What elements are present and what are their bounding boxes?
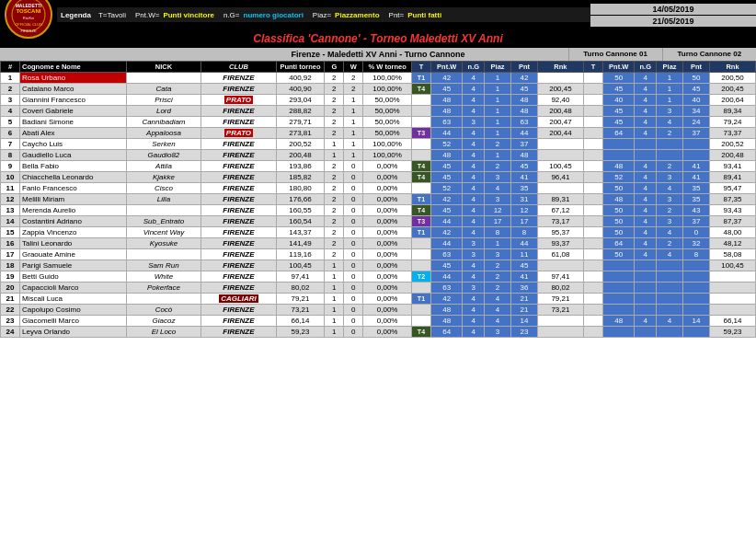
row-g: 2 — [325, 117, 344, 128]
row-nick: Lord — [126, 106, 201, 117]
row-num: 2 — [1, 84, 20, 95]
row-club: FIRENZE — [201, 216, 277, 227]
row-num: 18 — [1, 260, 20, 271]
row-g: 2 — [325, 84, 344, 95]
row-cognome: Rosa Urbano — [20, 73, 127, 84]
col-punti: Punti torneo — [276, 62, 325, 73]
row-punti: 160,54 — [276, 216, 325, 227]
subtitle-bar: Firenze - Maledetti XV Anni - Turno Cann… — [189, 48, 568, 61]
row-w: 1 — [344, 106, 363, 117]
row-w: 0 — [344, 283, 363, 294]
row-w: 1 — [344, 128, 363, 139]
row-w: 1 — [344, 139, 363, 150]
page-title: Classifica 'Cannone' - Torneo Maledetti … — [253, 32, 503, 45]
col-pnt1: Pnt — [511, 62, 538, 73]
row-punti: 143,37 — [276, 227, 325, 238]
row-punti: 100,45 — [276, 260, 325, 271]
row-nick: Appaloosa — [126, 128, 201, 139]
row-perc: 0,00% — [363, 161, 412, 172]
row-nick: Sam Run — [126, 260, 201, 271]
row-nick: Lilla — [126, 194, 201, 205]
row-punti: 66,14 — [276, 316, 325, 327]
row-nick: Pokerface — [126, 283, 201, 294]
row-perc: 0,00% — [363, 216, 412, 227]
row-nick: Prisci — [126, 95, 201, 106]
row-g: 1 — [325, 260, 344, 271]
row-w: 1 — [344, 117, 363, 128]
row-cognome: Betti Guido — [20, 271, 127, 283]
row-punti: 180,80 — [276, 183, 325, 194]
row-perc: 100,00% — [363, 150, 412, 161]
legend-block: Legenda T=Tavoli Pnt.W= Punti vincitore … — [57, 0, 590, 29]
row-club: FIRENZE — [201, 183, 277, 194]
row-perc: 0,00% — [363, 294, 412, 305]
row-w: 0 — [344, 194, 363, 205]
row-perc: 0,00% — [363, 227, 412, 238]
row-num: 3 — [1, 95, 20, 106]
row-punti: 293,04 — [276, 95, 325, 106]
row-w: 1 — [344, 150, 363, 161]
row-cognome: Coveri Gabriele — [20, 106, 127, 117]
row-punti: 193,86 — [276, 161, 325, 172]
row-nick: Cocò — [126, 305, 201, 316]
row-club: FIRENZE — [201, 172, 277, 183]
col-club: CLUB — [201, 62, 277, 73]
row-nick: El Loco — [126, 327, 201, 338]
row-w: 0 — [344, 227, 363, 238]
row-nick — [126, 73, 201, 84]
row-club: FIRENZE — [201, 150, 277, 161]
row-num: 11 — [1, 183, 20, 194]
row-num: 12 — [1, 194, 20, 205]
col-num: # — [1, 62, 20, 73]
row-cognome: Bella Fabio — [20, 161, 127, 172]
row-num: 22 — [1, 305, 20, 316]
row-w: 0 — [344, 161, 363, 172]
table-row: 17 Graouate Amine FIRENZE 119,16 2 0 0,0… — [1, 249, 756, 260]
row-punti: 279,71 — [276, 117, 325, 128]
row-num: 15 — [1, 227, 20, 238]
row-perc: 0,00% — [363, 316, 412, 327]
row-w: 0 — [344, 238, 363, 249]
dates-block: 14/05/2019 21/05/2019 — [590, 4, 756, 27]
row-perc: 50,00% — [363, 95, 412, 106]
legend-pntw-val: Punti vincitore — [163, 11, 214, 19]
table-row: 24 Leyva Orlando El Loco FIRENZE 59,23 1… — [1, 327, 756, 338]
date-end: 21/05/2019 — [590, 16, 756, 27]
turno01-header: Turno Cannone 01 — [568, 48, 662, 61]
row-perc: 0,00% — [363, 194, 412, 205]
row-num: 19 — [1, 271, 20, 283]
row-perc: 0,00% — [363, 305, 412, 316]
row-nick: Cata — [126, 84, 201, 95]
logo-area: MALEDETTI TOSCANI RisiKoi OFFICIAL CLUB … — [0, 0, 57, 39]
svg-text:OFFICIAL CLUB: OFFICIAL CLUB — [15, 22, 42, 27]
row-g: 2 — [325, 216, 344, 227]
row-g: 1 — [325, 150, 344, 161]
legend-t: T=Tavoli — [98, 11, 126, 19]
row-w: 0 — [344, 327, 363, 338]
date-start: 14/05/2019 — [590, 4, 756, 15]
row-g: 2 — [325, 249, 344, 260]
row-nick: Kjakke — [126, 172, 201, 183]
row-g: 2 — [325, 227, 344, 238]
table-row: 23 Giacomelli Marco Giacoz FIRENZE 66,14… — [1, 316, 756, 327]
row-w: 2 — [344, 84, 363, 95]
row-perc: 50,00% — [363, 106, 412, 117]
row-club: FIRENZE — [201, 249, 277, 260]
table-row: 11 Fanlo Francesco Cisco FIRENZE 180,80 … — [1, 183, 756, 194]
col-ng2: n.G — [635, 62, 657, 73]
col-ng1: n.G — [463, 62, 485, 73]
row-club: PRATO — [201, 128, 277, 139]
row-w: 0 — [344, 205, 363, 216]
row-nick — [126, 205, 201, 216]
row-w: 0 — [344, 172, 363, 183]
row-club: FIRENZE — [201, 305, 277, 316]
row-w: 0 — [344, 216, 363, 227]
row-club: CAGLIARI — [201, 294, 277, 305]
row-num: 24 — [1, 327, 20, 338]
legend-pnt: Pnt= — [389, 11, 405, 19]
row-g: 1 — [325, 327, 344, 338]
row-w: 0 — [344, 183, 363, 194]
row-w: 0 — [344, 249, 363, 260]
row-num: 7 — [1, 139, 20, 150]
row-perc: 0,00% — [363, 283, 412, 294]
